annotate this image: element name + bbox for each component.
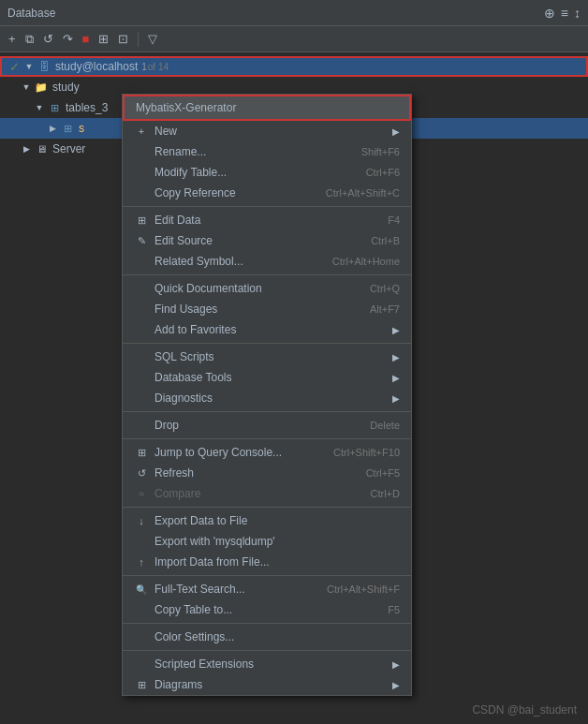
copy-button[interactable]: ⧉ bbox=[22, 30, 37, 49]
panel-title: Database bbox=[7, 7, 55, 20]
menu-item-refresh[interactable]: ↺ Refresh Ctrl+F5 bbox=[123, 463, 411, 483]
context-menu: MybatisX-Generator + New ▶ Rename... Shi… bbox=[122, 94, 412, 696]
diagrams-arrow: ▶ bbox=[392, 680, 400, 690]
menu-item-export-mysql[interactable]: Export with 'mysqldump' bbox=[123, 531, 411, 552]
rename-shortcut: Shift+F6 bbox=[361, 146, 400, 157]
refresh-button[interactable]: ↺ bbox=[40, 30, 56, 48]
connection-sep: of 14 bbox=[148, 62, 169, 72]
fav-label: Add to Favorites bbox=[154, 323, 385, 336]
add-button[interactable]: + bbox=[6, 30, 19, 48]
sep7 bbox=[123, 575, 411, 576]
menu-item-related-symbol[interactable]: Related Symbol... Ctrl+Alt+Home bbox=[123, 251, 411, 272]
menu-item-export-data[interactable]: ↓ Export Data to File bbox=[123, 510, 411, 531]
modify-shortcut: Ctrl+F6 bbox=[366, 167, 400, 178]
new-icon: + bbox=[134, 124, 149, 139]
menu-item-scripted-extensions[interactable]: Scripted Extensions ▶ bbox=[123, 654, 411, 674]
jump-shortcut: Ctrl+Shift+F10 bbox=[333, 447, 400, 458]
db-tools-arrow: ▶ bbox=[392, 373, 400, 383]
menu-item-quick-doc[interactable]: Quick Documentation Ctrl+Q bbox=[123, 278, 411, 299]
scripted-icon bbox=[134, 657, 149, 672]
menu-item-drop[interactable]: Drop Delete bbox=[123, 415, 411, 436]
drop-label: Drop bbox=[154, 419, 355, 432]
edit-data-label: Edit Data bbox=[154, 214, 373, 227]
menu-icon[interactable]: ≡ bbox=[561, 6, 568, 21]
refresh-shortcut: Ctrl+F5 bbox=[366, 467, 400, 479]
menu-item-rename[interactable]: Rename... Shift+F6 bbox=[123, 141, 411, 162]
fav-icon bbox=[134, 322, 149, 337]
grid-button[interactable]: ⊡ bbox=[115, 30, 131, 48]
modify-icon bbox=[134, 165, 149, 180]
related-shortcut: Ctrl+Alt+Home bbox=[332, 256, 400, 267]
menu-item-new[interactable]: + New ▶ bbox=[123, 121, 411, 141]
refresh-icon: ↺ bbox=[134, 465, 149, 480]
copy-ref-label: Copy Reference bbox=[154, 186, 311, 199]
menu-item-find-usages[interactable]: Find Usages Alt+F7 bbox=[123, 299, 411, 319]
tables-arrow[interactable]: ▼ bbox=[34, 102, 45, 113]
separator bbox=[138, 32, 139, 47]
menu-item-copy-reference[interactable]: Copy Reference Ctrl+Alt+Shift+C bbox=[123, 183, 411, 203]
search-shortcut: Ctrl+Alt+Shift+F bbox=[327, 584, 400, 595]
menu-item-color-settings[interactable]: Color Settings... bbox=[123, 627, 411, 647]
sql-icon bbox=[134, 349, 149, 364]
color-settings-icon bbox=[134, 629, 149, 644]
copy-ref-shortcut: Ctrl+Alt+Shift+C bbox=[326, 187, 400, 199]
diag-label: Diagnostics bbox=[154, 392, 385, 405]
compare-shortcut: Ctrl+D bbox=[371, 488, 400, 499]
toolbar: + ⧉ ↺ ↷ ■ ⊞ ⊡ ▽ bbox=[0, 26, 588, 52]
connection-item[interactable]: ✓ ▼ 🗄 study@localhost 1 of 14 bbox=[0, 56, 588, 77]
expand-arrow[interactable]: ▼ bbox=[23, 61, 35, 72]
db-icon: 🗄 bbox=[37, 59, 51, 74]
diag-arrow: ▶ bbox=[392, 393, 400, 404]
scripted-label: Scripted Extensions bbox=[154, 658, 385, 671]
compare-label: Compare bbox=[154, 487, 356, 500]
menu-item-copy-table[interactable]: Copy Table to... F5 bbox=[123, 599, 411, 620]
menu-item-db-tools[interactable]: Database Tools ▶ bbox=[123, 367, 411, 388]
menu-item-modify-table[interactable]: Modify Table... Ctrl+F6 bbox=[123, 162, 411, 183]
find-icon bbox=[134, 302, 149, 317]
study-arrow[interactable]: ▼ bbox=[21, 81, 32, 93]
diag-icon bbox=[134, 391, 149, 406]
find-label: Find Usages bbox=[154, 303, 355, 316]
menu-item-jump-query[interactable]: ⊞ Jump to Query Console... Ctrl+Shift+F1… bbox=[123, 442, 411, 463]
search-label: Full-Text Search... bbox=[154, 583, 312, 596]
fav-arrow: ▶ bbox=[392, 325, 400, 335]
sep8 bbox=[123, 623, 411, 624]
menu-item-import-data[interactable]: ↑ Import Data from File... bbox=[123, 552, 411, 572]
edit-source-shortcut: Ctrl+B bbox=[371, 235, 400, 246]
filter-button[interactable]: ▽ bbox=[145, 30, 160, 48]
menu-item-edit-source[interactable]: ✎ Edit Source Ctrl+B bbox=[123, 230, 411, 251]
sep6 bbox=[123, 507, 411, 508]
copy-ref-icon bbox=[134, 185, 149, 200]
sync-icon[interactable]: ⊕ bbox=[544, 6, 555, 21]
plugin-header[interactable]: MybatisX-Generator bbox=[123, 95, 411, 121]
export-icon: ↓ bbox=[134, 513, 149, 528]
s-arrow[interactable]: ▶ bbox=[47, 123, 58, 134]
connection-count: 1 bbox=[141, 62, 147, 72]
menu-item-add-favorites[interactable]: Add to Favorites ▶ bbox=[123, 319, 411, 340]
db-tools-label: Database Tools bbox=[154, 371, 385, 384]
refresh-label: Refresh bbox=[154, 466, 351, 480]
s-table-icon: ⊞ bbox=[60, 121, 75, 136]
layout-icon[interactable]: ↕ bbox=[574, 6, 581, 21]
menu-item-full-text-search[interactable]: 🔍 Full-Text Search... Ctrl+Alt+Shift+F bbox=[123, 579, 411, 599]
server-label: Server bbox=[52, 142, 85, 155]
related-icon bbox=[134, 254, 149, 269]
compare-icon: ≈ bbox=[134, 486, 149, 501]
table-button[interactable]: ⊞ bbox=[96, 30, 111, 48]
diagrams-icon: ⊞ bbox=[134, 677, 149, 692]
menu-item-edit-data[interactable]: ⊞ Edit Data F4 bbox=[123, 210, 411, 230]
server-arrow[interactable]: ▶ bbox=[21, 143, 32, 155]
find-shortcut: Alt+F7 bbox=[370, 303, 400, 315]
quick-doc-icon bbox=[134, 281, 149, 296]
copy-table-icon bbox=[134, 602, 149, 617]
menu-item-diagnostics[interactable]: Diagnostics ▶ bbox=[123, 388, 411, 408]
sep3 bbox=[123, 343, 411, 344]
revert-button[interactable]: ↷ bbox=[60, 30, 76, 48]
jump-icon: ⊞ bbox=[134, 445, 149, 460]
menu-item-diagrams[interactable]: ⊞ Diagrams ▶ bbox=[123, 674, 411, 695]
menu-item-sql-scripts[interactable]: SQL Scripts ▶ bbox=[123, 347, 411, 367]
stop-button[interactable]: ■ bbox=[80, 30, 93, 48]
menu-item-compare: ≈ Compare Ctrl+D bbox=[123, 483, 411, 504]
sep2 bbox=[123, 274, 411, 275]
study-label: study bbox=[52, 81, 80, 94]
